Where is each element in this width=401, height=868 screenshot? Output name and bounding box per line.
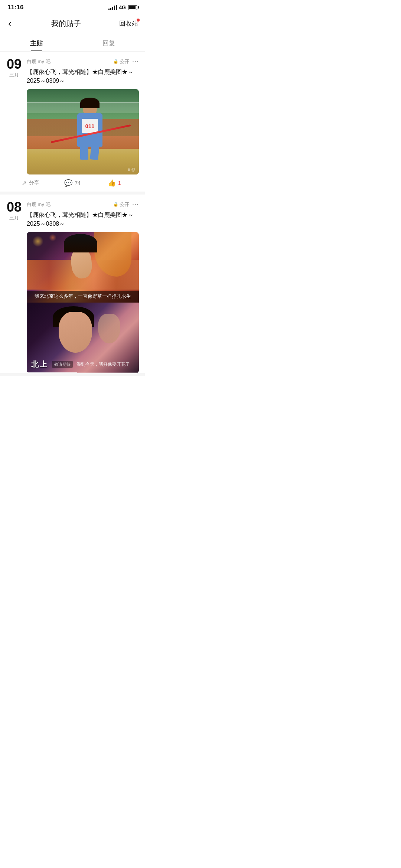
share-button[interactable]: ↗ 分享 [10,179,52,187]
drama-logo: 北上 [31,359,48,369]
lock-icon: 🔒 [113,59,118,64]
share-label: 分享 [29,180,39,186]
post-meta: 白鹿 my 吧 🔒 公开 ··· [27,200,139,208]
back-button[interactable]: ‹ [7,16,13,31]
post-title[interactable]: 【鹿依心飞，茸光相随】★白鹿美图★～2025～0309～ [27,68,139,85]
drama-tagline: 混到今天，我好像要开花了 [76,361,130,368]
post-forum: 白鹿 my 吧 [27,58,50,65]
post-date-month: 三月 [9,72,19,78]
status-time: 11:16 [7,4,23,11]
post-content: 白鹿 my 吧 🔒 公开 ··· 【鹿依心飞，茸光相随】★白鹿美图★～2025～… [27,200,139,373]
post-visibility: 🔒 公开 [113,58,129,65]
drama-image-top: 我来北京这么多年，一直像野草一样挣扎求生 [27,232,139,303]
status-bar: 11:16 4G [0,0,145,13]
status-icons: 4G [108,4,137,10]
like-count: 1 [118,180,121,186]
notification-dot [137,19,140,22]
post-header: 08 三月 白鹿 my 吧 🔒 公开 ··· 【鹿依心飞，茸光相随】★白鹿美图★… [6,200,139,373]
lock-icon: 🔒 [113,202,118,207]
comment-button[interactable]: 💬 74 [52,179,94,187]
post-forum: 白鹿 my 吧 [27,201,50,208]
post-date: 08 三月 [6,200,22,221]
post-title[interactable]: 【鹿依心飞，茸光相随】★白鹿美图★～2025～0308～ [27,211,139,228]
post-meta: 白鹿 my 吧 🔒 公开 ··· [27,58,139,65]
comment-icon: 💬 [64,179,72,187]
signal-icon [108,5,117,10]
post-visibility: 🔒 公开 [113,201,129,208]
video-progress-fill [27,372,77,373]
post-date-day: 08 [7,200,22,214]
like-icon: 👍 [108,179,116,187]
recycle-bin-button[interactable]: 回收站 [119,19,138,28]
posts-list: 09 三月 白鹿 my 吧 🔒 公开 ··· 【鹿依心飞，茸光相随】★白鹿美图★… [0,52,145,376]
more-options-button[interactable]: ··· [132,58,139,65]
more-options-button[interactable]: ··· [132,200,139,208]
post-action-bar: ↗ 分享 💬 74 👍 1 [6,174,139,192]
share-icon: ↗ [22,179,27,187]
battery-icon [128,5,137,10]
post-meta-right: 🔒 公开 ··· [113,58,139,65]
post-meta-right: 🔒 公开 ··· [113,200,139,208]
post-date: 09 三月 [6,58,22,78]
video-progress-bar[interactable] [27,372,139,373]
image-watermark: ⊕ @ [127,167,135,172]
tab-reply[interactable]: 回复 [72,35,145,51]
header: ‹ 我的贴子 回收站 [0,13,145,35]
drama-badge: 敬请期待 [52,361,73,368]
tabs-bar: 主贴 回复 [0,35,145,52]
post-image-sports: 011 ⊕ @ [27,89,139,174]
drama-subtitle: 我来北京这么多年，一直像野草一样挣扎求生 [27,291,139,303]
post-item: 08 三月 白鹿 my 吧 🔒 公开 ··· 【鹿依心飞，茸光相随】★白鹿美图★… [0,195,145,376]
drama-image-bottom: 北上 敬请期待 混到今天，我好像要开花了 [27,303,139,373]
network-type: 4G [119,4,126,10]
recycle-bin-label: 回收站 [119,20,138,27]
comment-count: 74 [75,180,81,186]
page-title: 我的贴子 [51,19,81,29]
post-date-month: 三月 [9,215,19,221]
post-image[interactable]: 011 ⊕ @ [27,89,139,174]
drama-logo-bar: 北上 敬请期待 混到今天，我好像要开花了 [27,356,139,373]
tab-main-post[interactable]: 主贴 [0,35,72,51]
post-date-day: 09 [7,58,22,71]
post-image-drama[interactable]: 我来北京这么多年，一直像野草一样挣扎求生 [27,232,139,373]
post-item: 09 三月 白鹿 my 吧 🔒 公开 ··· 【鹿依心飞，茸光相随】★白鹿美图★… [0,52,145,195]
post-header: 09 三月 白鹿 my 吧 🔒 公开 ··· 【鹿依心飞，茸光相随】★白鹿美图★… [6,58,139,174]
like-button[interactable]: 👍 1 [93,179,135,187]
post-content: 白鹿 my 吧 🔒 公开 ··· 【鹿依心飞，茸光相随】★白鹿美图★～2025～… [27,58,139,174]
